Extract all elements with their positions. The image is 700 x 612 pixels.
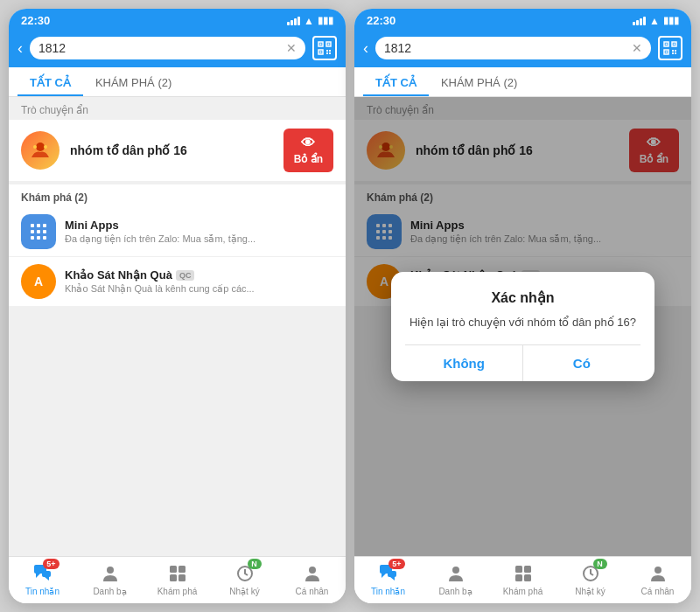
status-icons: ▲ ▮▮▮	[287, 15, 333, 27]
nav-item-1[interactable]: Danh bạ	[76, 562, 144, 596]
bottom-nav: 5+ Tin nhắn Danh bạ Khám phá N	[9, 556, 346, 603]
svg-rect-27	[178, 566, 186, 573]
dialog-confirm-button[interactable]: Có	[523, 345, 640, 381]
qr-scan-button[interactable]	[312, 36, 337, 60]
signal-bars	[287, 17, 300, 25]
svg-rect-61	[524, 574, 531, 581]
nav-label: Khám phá	[503, 587, 543, 596]
nav-label: Khám phá	[158, 587, 198, 596]
search-input-wrap: 1812 ✕	[30, 37, 305, 59]
nav-badge: N	[593, 559, 607, 569]
profile-nav-icon	[301, 562, 324, 585]
signal-bars	[633, 17, 646, 25]
dialog-cancel-button[interactable]: Không	[405, 345, 523, 381]
tab-1[interactable]: KHÁM PHÁ (2)	[83, 67, 184, 96]
nav-item-4[interactable]: Cá nhân	[278, 562, 346, 596]
qc-badge: QC	[176, 270, 195, 281]
app-icon	[21, 214, 56, 249]
svg-rect-56	[388, 571, 396, 577]
svg-rect-7	[329, 50, 331, 52]
app-info: Khảo Sát Nhận Quà QC Khảo Sát Nhận Quà l…	[65, 268, 333, 295]
nav-item-3[interactable]: N Nhật ký	[211, 562, 278, 596]
svg-point-57	[452, 567, 459, 574]
hide-label: Bỏ ẩn	[294, 153, 323, 165]
svg-rect-4	[328, 44, 330, 45]
dialog-actions: Không Có	[405, 344, 640, 381]
app-name: Mini Apps	[65, 219, 333, 232]
search-input-value: 1812	[384, 41, 626, 55]
svg-rect-21	[37, 236, 40, 240]
hidden-conversation-item: nhóm tổ dân phố 16 👁 Bỏ ẩn	[9, 120, 346, 181]
dialog-title: Xác nhận	[405, 289, 640, 306]
svg-rect-60	[515, 574, 522, 581]
nav-item-1[interactable]: Danh bạ	[422, 562, 489, 596]
contacts-nav-icon	[99, 562, 122, 585]
nav-label: Nhật ký	[575, 587, 605, 596]
tabs-bar: TẤT CẢKHÁM PHÁ (2)	[9, 67, 346, 97]
nav-label: Danh bạ	[93, 587, 126, 596]
content-area: Trò chuyện ẩn nhóm tổ dân phố 16 👁 Bỏ ẩn…	[9, 97, 346, 556]
svg-point-31	[309, 567, 316, 574]
clear-search-button[interactable]: ✕	[632, 41, 642, 55]
journal-nav-icon: N	[579, 562, 602, 585]
phone-right: 22:30 ▲ ▮▮▮ ‹ 1812 ✕	[354, 9, 691, 603]
dialog-overlay: Xác nhận Hiện lại trò chuyện với nhóm tổ…	[354, 97, 691, 556]
bottom-nav: 5+ Tin nhắn Danh bạ Khám phá N	[354, 556, 691, 603]
app-desc: Đa dạng tiện ích trên Zalo: Mua sắm, tặn…	[65, 233, 333, 245]
nav-item-3[interactable]: N Nhật ký	[556, 562, 624, 596]
svg-rect-6	[326, 50, 328, 52]
status-bar: 22:30 ▲ ▮▮▮	[9, 9, 346, 31]
svg-rect-28	[170, 574, 177, 581]
explore-item-0[interactable]: Mini Apps Đa dạng tiện ích trên Zalo: Mu…	[9, 207, 346, 257]
nav-item-0[interactable]: 5+ Tin nhắn	[354, 562, 422, 596]
svg-rect-3	[320, 44, 322, 45]
status-bar: 22:30 ▲ ▮▮▮	[354, 9, 691, 31]
search-bar: ‹ 1812 ✕	[354, 31, 691, 67]
empty-area	[9, 307, 346, 556]
phone-left: 22:30 ▲ ▮▮▮ ‹ 1812 ✕	[9, 9, 346, 603]
profile-nav-icon	[647, 562, 669, 585]
svg-rect-26	[170, 566, 177, 573]
svg-rect-17	[31, 230, 34, 233]
svg-rect-15	[37, 224, 40, 227]
svg-rect-35	[666, 44, 668, 45]
hidden-section-header: Trò chuyện ẩn	[9, 97, 346, 120]
svg-rect-39	[675, 50, 676, 52]
app-name: Khảo Sát Nhận Quà QC	[65, 268, 333, 282]
hide-button[interactable]: 👁 Bỏ ẩn	[284, 129, 333, 172]
dialog-message: Hiện lại trò chuyện với nhóm tổ dân phố …	[405, 315, 640, 330]
svg-rect-22	[43, 236, 46, 240]
svg-rect-18	[37, 230, 40, 233]
conv-name: nhóm tổ dân phố 16	[70, 143, 273, 157]
back-button[interactable]: ‹	[18, 39, 23, 58]
tab-1[interactable]: KHÁM PHÁ (2)	[429, 67, 529, 96]
explore-section-header: Khám phá (2)	[9, 184, 346, 207]
contacts-nav-icon	[444, 562, 467, 585]
clear-search-button[interactable]: ✕	[286, 41, 297, 55]
nav-item-0[interactable]: 5+ Tin nhắn	[9, 562, 76, 596]
svg-rect-14	[31, 224, 34, 227]
tab-0[interactable]: TẤT CẢ	[18, 67, 83, 96]
svg-point-11	[36, 143, 45, 151]
back-button[interactable]: ‹	[363, 39, 368, 58]
qr-scan-button[interactable]	[658, 36, 682, 60]
tabs-bar: TẤT CẢKHÁM PHÁ (2)	[354, 67, 691, 97]
nav-item-2[interactable]: Khám phá	[489, 562, 556, 596]
confirm-dialog: Xác nhận Hiện lại trò chuyện với nhóm tổ…	[391, 272, 654, 381]
svg-rect-29	[178, 574, 186, 581]
nav-badge: N	[248, 559, 262, 569]
nav-item-2[interactable]: Khám phá	[144, 562, 211, 596]
explore-item-1[interactable]: A Khảo Sát Nhận Quà QC Khảo Sát Nhận Quà…	[9, 257, 346, 307]
svg-point-63	[654, 567, 662, 574]
svg-rect-5	[320, 52, 322, 53]
tab-0[interactable]: TẤT CẢ	[363, 67, 429, 96]
explore-nav-icon	[512, 562, 535, 585]
app-info: Mini Apps Đa dạng tiện ích trên Zalo: Mu…	[65, 219, 333, 245]
nav-item-4[interactable]: Cá nhân	[624, 562, 691, 596]
svg-rect-59	[524, 566, 531, 573]
nav-label: Cá nhân	[641, 587, 675, 596]
nav-badge: 5+	[43, 559, 59, 569]
svg-rect-40	[672, 52, 674, 54]
nav-label: Nhật ký	[229, 587, 259, 596]
svg-rect-36	[674, 44, 676, 45]
